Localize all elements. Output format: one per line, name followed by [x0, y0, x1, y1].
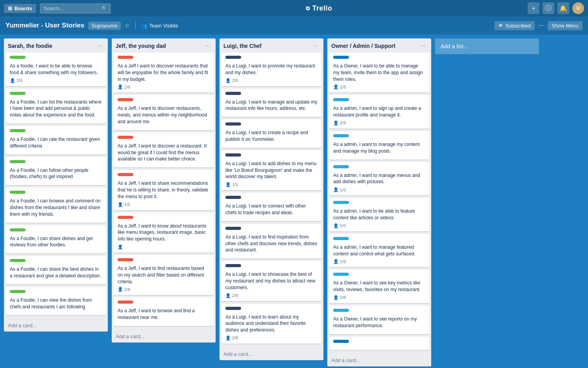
card[interactable]: As a Luigi, I want to manage and update …	[221, 89, 321, 117]
card[interactable]: As a Foodie, I can follow other people (…	[6, 157, 106, 186]
card-text: As a admin, I want to manage my content …	[333, 141, 425, 155]
person-icon: 👤	[225, 182, 231, 187]
card-text: As a Jeff, I want to browse and find a r…	[118, 308, 210, 321]
person-icon: 👤	[333, 259, 339, 264]
attach-count: 2/8	[340, 85, 346, 89]
card[interactable]: As a Luigi, I want to find inspiration f…	[221, 224, 321, 259]
card-text: As a Owner, I want to see reports on my …	[333, 316, 425, 329]
info-button[interactable]: ⓘ	[543, 2, 554, 14]
card[interactable]: As a Luigi, I want to create a recipe an…	[221, 119, 321, 148]
notification-button[interactable]: 🔔	[557, 2, 569, 14]
card-attach-icon: 👤2/6	[118, 84, 130, 89]
divider	[135, 22, 136, 29]
card[interactable]: As a foodie, I want to be able to browse…	[6, 53, 106, 86]
add-button[interactable]: ＋	[528, 2, 539, 14]
attach-count: 1/5	[340, 188, 346, 192]
card-text: As a Owner, I want to see key metrics li…	[333, 280, 425, 293]
board-title[interactable]: Yummelier - User Stories	[5, 22, 84, 29]
card-label	[333, 340, 349, 343]
list-menu-button-luigi[interactable]: ···	[311, 42, 319, 50]
subscribed-button[interactable]: 👁 Subscribed	[494, 21, 535, 30]
card[interactable]: As a Luigi, I want to add dishes to my m…	[221, 150, 321, 190]
card[interactable]: As a Foodie, I can rate the restaurant g…	[6, 126, 106, 155]
boards-button[interactable]: ⊞ Boards	[4, 4, 36, 13]
list-menu-button-sarah[interactable]: ···	[96, 42, 104, 50]
card-text: As a Foodie, I can rate the restaurant g…	[10, 136, 102, 149]
attach-count: 2/8	[340, 120, 346, 125]
card-footer: 👤2/6	[225, 78, 318, 83]
card-label	[333, 56, 349, 59]
card[interactable]: As a Jeff, I want to share recommendatio…	[114, 170, 214, 210]
card-text: As a admin, I want to sign up and create…	[333, 105, 425, 118]
card-label	[118, 56, 133, 59]
card-text: As a Foodie, I can follow other people (…	[10, 167, 102, 180]
search-input[interactable]	[40, 4, 111, 13]
card-text: As a foodie, I want to be able to browse…	[10, 63, 102, 76]
card[interactable]: As a Luigi, I want to showcase the best …	[221, 261, 321, 301]
card[interactable]: As a Owner, I want to see reports on my …	[329, 306, 429, 334]
card[interactable]: As a Foodie, I can share the best dishes…	[6, 256, 106, 284]
card[interactable]: As a Foodie, I can browse and comment on…	[6, 188, 106, 222]
add-card-button-jeff[interactable]: Add a card...	[112, 330, 216, 342]
person-icon: 👤	[225, 293, 231, 298]
card[interactable]: As a Owner, I want to see key metrics li…	[329, 270, 429, 303]
team-visible-btn[interactable]: 👥 Team Visible	[141, 23, 178, 29]
card[interactable]: As a Jeff, I want to discover restaurant…	[114, 95, 214, 130]
card[interactable]: As a Luigi, I want to connect with other…	[221, 193, 321, 221]
card-attach-icon: 👤1/5	[333, 187, 346, 192]
card[interactable]: As a admin, I want to manage my content …	[329, 131, 429, 160]
menu-dots: ···	[539, 22, 544, 29]
card-text: As a Luigi, I want to manage and update …	[225, 99, 318, 112]
show-menu-button[interactable]: Show Menu	[548, 21, 583, 30]
nav-logo-area: ⧉ Trello	[114, 4, 524, 13]
attach-count: 2/6	[124, 85, 130, 89]
person-icon: 👤	[225, 78, 231, 83]
list-cards-owner: As a Owner, I want to be able to manage …	[327, 53, 431, 354]
card-attach-icon: 👤2/8	[225, 293, 238, 298]
card[interactable]: As a admin, I want to manage menus and a…	[329, 162, 429, 196]
add-card-button-luigi[interactable]: Add a card...	[220, 348, 323, 360]
card[interactable]: As a admin, I want to manage featured co…	[329, 234, 429, 268]
card[interactable]: As a Jeff, I want to know about restaura…	[114, 213, 214, 253]
card[interactable]: As a Jeff, I want to find restaurants ba…	[114, 255, 214, 295]
card-text: As a Jeff, I want to know about restaura…	[118, 223, 210, 242]
list-cards-luigi: As a Luigi, I want to promote my restaur…	[220, 53, 323, 348]
card-attach-icon: 👤2/8	[333, 84, 346, 89]
card[interactable]: As a admin, I want to sign up and create…	[329, 95, 429, 129]
list-owner: Owner / Admin / Support···As a Owner, I …	[327, 38, 431, 366]
card-text: As a Foodie, I can list the restaurants …	[10, 99, 102, 118]
card[interactable]: As a Jeff I want to discover restaurants…	[114, 53, 214, 93]
board-team[interactable]: Suprasumo	[88, 22, 120, 30]
card-text: As a Luigi, I want to showcase the best …	[225, 271, 318, 291]
list-title-sarah: Sarah, the foodie	[8, 43, 53, 49]
card[interactable]: As a admin, I want to be able to feature…	[329, 198, 429, 231]
card[interactable]: As a Luigi, I want to promote my restaur…	[221, 53, 321, 86]
add-list-button[interactable]: Add a list...	[435, 38, 539, 54]
card-text: As a admin, I want to manage featured co…	[333, 244, 425, 257]
card[interactable]: As a Foodie, I can list the restaurants …	[6, 89, 106, 124]
avatar[interactable]: U	[572, 2, 584, 14]
card[interactable]: As a Foodie, I can view the dishes from …	[6, 287, 106, 315]
list-menu-button-jeff[interactable]: ···	[203, 42, 212, 50]
card-footer: 👤2/8	[333, 295, 425, 300]
add-card-button-owner[interactable]: Add a card...	[327, 354, 431, 366]
card-text: As a Jeff, I want to discover a restaura…	[118, 143, 210, 162]
list-menu-button-owner[interactable]: ···	[419, 42, 427, 50]
card-label	[333, 165, 349, 168]
card-label	[10, 259, 25, 262]
add-card-button-sarah[interactable]: Add a card...	[4, 319, 108, 332]
list-cards-jeff: As a Jeff I want to discover restaurants…	[112, 53, 216, 330]
list-sarah: Sarah, the foodie···As a foodie, I want …	[4, 38, 108, 332]
card-footer: 👤2/6	[10, 78, 102, 83]
card[interactable]: As a Foodie, I can share dishes and get …	[6, 225, 106, 254]
card-label	[333, 273, 349, 276]
list-title-luigi: Luigi, the Chef	[223, 43, 261, 49]
card[interactable]: As a Luigi, I want to learn about my aud…	[221, 304, 321, 344]
card[interactable]: As a Jeff, I want to discover a restaura…	[114, 133, 214, 168]
card[interactable]: As a Jeff, I want to browse and find a r…	[114, 297, 214, 326]
card-label	[118, 173, 133, 176]
search-wrapper: 🔍	[40, 4, 111, 13]
card[interactable]	[329, 337, 429, 350]
star-icon[interactable]: ☆	[125, 22, 130, 29]
card[interactable]: As a Owner, I want to be able to manage …	[329, 53, 429, 93]
